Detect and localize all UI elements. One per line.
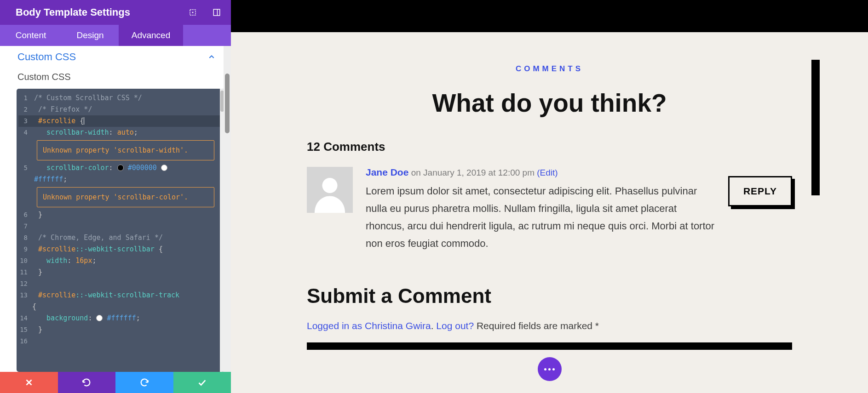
panel-title: Body Template Settings bbox=[16, 6, 189, 18]
redo-icon bbox=[139, 377, 149, 387]
page-preview: COMMENTS What do you think? 12 Comments … bbox=[231, 0, 868, 393]
undo-icon bbox=[81, 377, 92, 387]
svg-rect-2 bbox=[213, 9, 220, 16]
logout-link[interactable]: Log out? bbox=[436, 320, 474, 331]
panel-header: Body Template Settings bbox=[0, 0, 231, 25]
svg-point-1 bbox=[192, 12, 194, 13]
chevron-up-icon bbox=[208, 53, 215, 61]
color-swatch-black bbox=[117, 165, 124, 171]
tab-advanced[interactable]: Advanced bbox=[119, 25, 183, 46]
cancel-button[interactable] bbox=[0, 372, 58, 393]
redo-button[interactable] bbox=[115, 372, 173, 393]
save-button[interactable] bbox=[173, 372, 231, 393]
tabs: Content Design Advanced bbox=[0, 25, 231, 46]
tab-design[interactable]: Design bbox=[62, 25, 119, 46]
comment-meta: Jane Doe on January 1, 2019 at 12:00 pm … bbox=[366, 167, 715, 178]
expand-icon[interactable] bbox=[189, 8, 197, 17]
logged-in-link[interactable]: Logged in as Christina Gwira bbox=[307, 320, 431, 331]
field-label: Custom CSS bbox=[0, 68, 231, 89]
edit-link[interactable]: (Edit) bbox=[537, 168, 558, 177]
panel-footer bbox=[0, 372, 231, 393]
section-headline: What do you think? bbox=[307, 88, 792, 118]
panel-scrollbar[interactable] bbox=[224, 46, 231, 372]
svg-point-4 bbox=[322, 178, 337, 193]
undo-button[interactable] bbox=[58, 372, 116, 393]
close-icon bbox=[24, 377, 34, 387]
form-note: Logged in as Christina Gwira. Log out? R… bbox=[307, 320, 792, 331]
panel-layout-icon[interactable] bbox=[213, 8, 221, 17]
floating-action-button[interactable] bbox=[538, 357, 562, 381]
section-overline: COMMENTS bbox=[307, 64, 792, 74]
accordion-title: Custom CSS bbox=[17, 51, 208, 63]
submit-heading: Submit a Comment bbox=[307, 285, 792, 308]
user-icon bbox=[311, 173, 349, 213]
accent-bar bbox=[811, 60, 820, 195]
comment-author[interactable]: Jane Doe bbox=[366, 167, 408, 177]
lint-warning: Unknown property 'scrollbar-color'. bbox=[37, 187, 214, 207]
settings-panel: Body Template Settings Content Design Ad… bbox=[0, 0, 231, 393]
color-swatch-white bbox=[96, 315, 103, 321]
accordion-header[interactable]: Custom CSS bbox=[0, 46, 231, 68]
check-icon bbox=[197, 377, 207, 387]
comment: Jane Doe on January 1, 2019 at 12:00 pm … bbox=[307, 167, 792, 252]
reply-button[interactable]: REPLY bbox=[728, 176, 792, 206]
tab-content[interactable]: Content bbox=[0, 25, 62, 46]
color-swatch-white bbox=[161, 165, 167, 171]
lint-warning: Unknown property 'scrollbar-width'. bbox=[37, 140, 214, 160]
code-editor[interactable]: 1/* Custom Scrollbar CSS */ 2 /* Firefox… bbox=[17, 89, 224, 372]
comment-count: 12 Comments bbox=[307, 140, 792, 154]
avatar bbox=[307, 167, 353, 213]
comment-text: Lorem ipsum dolor sit amet, consectetur … bbox=[366, 182, 715, 252]
comment-textarea[interactable] bbox=[307, 342, 792, 350]
